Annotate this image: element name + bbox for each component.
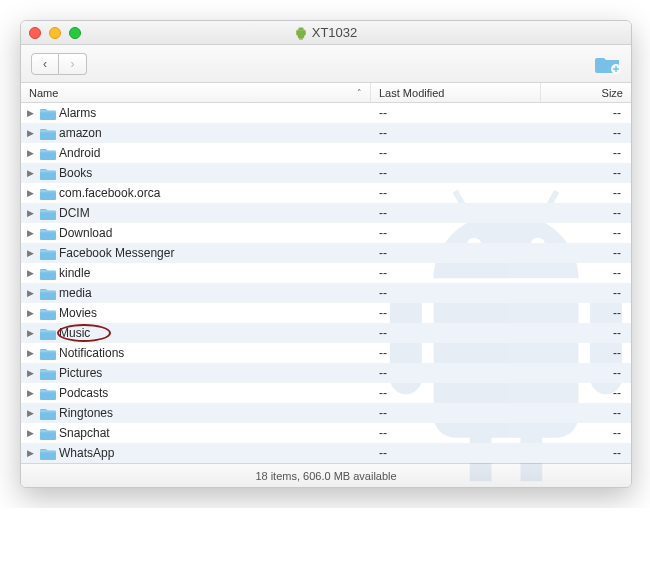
table-row[interactable]: ▶Download----: [21, 223, 631, 243]
item-name: media: [59, 286, 92, 300]
titlebar[interactable]: XT1032: [21, 21, 631, 45]
close-icon[interactable]: [29, 27, 41, 39]
cell-modified: --: [371, 346, 541, 360]
table-row[interactable]: ▶media----: [21, 283, 631, 303]
cell-size: --: [541, 326, 631, 340]
table-row[interactable]: ▶WhatsApp----: [21, 443, 631, 463]
cell-modified: --: [371, 386, 541, 400]
cell-name: ▶kindle: [21, 266, 371, 280]
cell-modified: --: [371, 406, 541, 420]
traffic-lights: [29, 27, 81, 39]
cell-name: ▶Notifications: [21, 346, 371, 360]
minimize-icon[interactable]: [49, 27, 61, 39]
folder-icon: [40, 307, 56, 320]
folder-icon: [40, 347, 56, 360]
cell-name: ▶Download: [21, 226, 371, 240]
android-icon: [295, 26, 307, 40]
folder-icon: [40, 187, 56, 200]
table-row[interactable]: ▶kindle----: [21, 263, 631, 283]
disclosure-triangle-icon[interactable]: ▶: [27, 148, 37, 158]
cell-size: --: [541, 446, 631, 460]
cell-name: ▶Alarms: [21, 106, 371, 120]
cell-size: --: [541, 226, 631, 240]
back-button[interactable]: ‹: [31, 53, 59, 75]
nav-buttons: ‹ ›: [31, 53, 87, 75]
item-name: Notifications: [59, 346, 124, 360]
table-row[interactable]: ▶com.facebook.orca----: [21, 183, 631, 203]
cell-size: --: [541, 186, 631, 200]
item-name: Android: [59, 146, 100, 160]
disclosure-triangle-icon[interactable]: ▶: [27, 428, 37, 438]
cell-size: --: [541, 306, 631, 320]
disclosure-triangle-icon[interactable]: ▶: [27, 128, 37, 138]
table-row[interactable]: ▶Android----: [21, 143, 631, 163]
cell-modified: --: [371, 306, 541, 320]
cell-modified: --: [371, 126, 541, 140]
folder-icon: [40, 207, 56, 220]
folder-icon: [40, 167, 56, 180]
disclosure-triangle-icon[interactable]: ▶: [27, 308, 37, 318]
folder-icon: [40, 287, 56, 300]
cell-size: --: [541, 146, 631, 160]
column-header-name[interactable]: Name ˄: [21, 83, 371, 102]
cell-name: ▶Snapchat: [21, 426, 371, 440]
folder-icon: [40, 107, 56, 120]
table-row[interactable]: ▶Alarms----: [21, 103, 631, 123]
cell-name: ▶DCIM: [21, 206, 371, 220]
disclosure-triangle-icon[interactable]: ▶: [27, 448, 37, 458]
sort-indicator-icon: ˄: [357, 88, 362, 98]
cell-size: --: [541, 266, 631, 280]
table-row[interactable]: ▶amazon----: [21, 123, 631, 143]
column-name-label: Name: [29, 87, 58, 99]
cell-name: ▶Ringtones: [21, 406, 371, 420]
cell-name: ▶Books: [21, 166, 371, 180]
table-row[interactable]: ▶Snapchat----: [21, 423, 631, 443]
table-row[interactable]: ▶Pictures----: [21, 363, 631, 383]
cell-modified: --: [371, 326, 541, 340]
cell-modified: --: [371, 186, 541, 200]
disclosure-triangle-icon[interactable]: ▶: [27, 208, 37, 218]
table-row[interactable]: ▶Movies----: [21, 303, 631, 323]
column-header-size[interactable]: Size: [541, 83, 631, 102]
item-name: Music: [59, 326, 90, 340]
disclosure-triangle-icon[interactable]: ▶: [27, 288, 37, 298]
folder-icon: [40, 127, 56, 140]
table-row[interactable]: ▶Ringtones----: [21, 403, 631, 423]
cell-modified: --: [371, 426, 541, 440]
cell-modified: --: [371, 206, 541, 220]
table-row[interactable]: ▶Books----: [21, 163, 631, 183]
cell-modified: --: [371, 106, 541, 120]
disclosure-triangle-icon[interactable]: ▶: [27, 408, 37, 418]
disclosure-triangle-icon[interactable]: ▶: [27, 188, 37, 198]
table-row[interactable]: ▶Podcasts----: [21, 383, 631, 403]
folder-icon: [40, 227, 56, 240]
status-bar: 18 items, 606.0 MB available: [21, 463, 631, 487]
table-row[interactable]: ▶Notifications----: [21, 343, 631, 363]
maximize-icon[interactable]: [69, 27, 81, 39]
folder-icon: [40, 427, 56, 440]
forward-button[interactable]: ›: [59, 53, 87, 75]
folder-icon: [40, 387, 56, 400]
cell-name: ▶Music: [21, 326, 371, 340]
disclosure-triangle-icon[interactable]: ▶: [27, 228, 37, 238]
table-row[interactable]: ▶DCIM----: [21, 203, 631, 223]
disclosure-triangle-icon[interactable]: ▶: [27, 348, 37, 358]
disclosure-triangle-icon[interactable]: ▶: [27, 248, 37, 258]
cell-name: ▶amazon: [21, 126, 371, 140]
disclosure-triangle-icon[interactable]: ▶: [27, 388, 37, 398]
disclosure-triangle-icon[interactable]: ▶: [27, 268, 37, 278]
disclosure-triangle-icon[interactable]: ▶: [27, 328, 37, 338]
disclosure-triangle-icon[interactable]: ▶: [27, 168, 37, 178]
disclosure-triangle-icon[interactable]: ▶: [27, 368, 37, 378]
new-folder-icon[interactable]: [595, 54, 621, 74]
cell-size: --: [541, 206, 631, 220]
item-name: Pictures: [59, 366, 102, 380]
folder-icon: [40, 267, 56, 280]
cell-name: ▶Facebook Messenger: [21, 246, 371, 260]
disclosure-triangle-icon[interactable]: ▶: [27, 108, 37, 118]
table-row[interactable]: ▶Music----: [21, 323, 631, 343]
table-row[interactable]: ▶Facebook Messenger----: [21, 243, 631, 263]
column-header-modified[interactable]: Last Modified: [371, 83, 541, 102]
finder-window: XT1032 ‹ › Name ˄ Last Modified Size: [20, 20, 632, 488]
cell-size: --: [541, 406, 631, 420]
